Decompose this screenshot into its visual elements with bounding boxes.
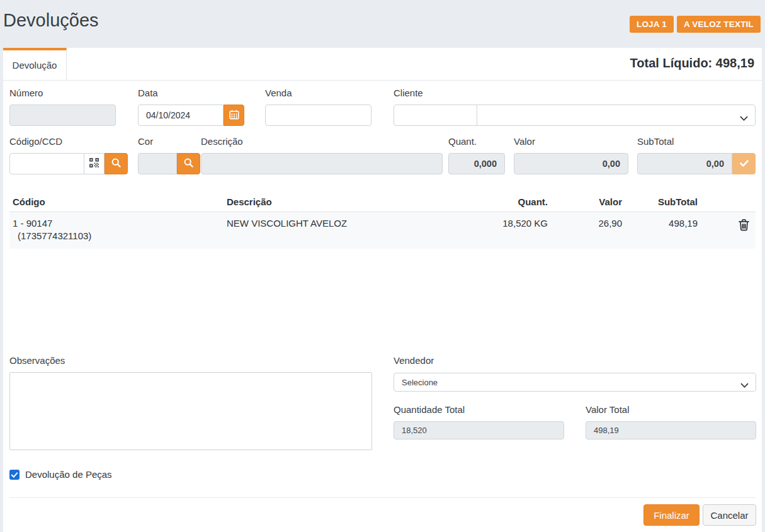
cliente-select[interactable] xyxy=(477,105,756,126)
finalizar-button[interactable]: Finalizar xyxy=(643,504,700,526)
numero-label: Número xyxy=(9,88,43,98)
vendedor-label: Vendedor xyxy=(394,355,434,366)
col-valor: Valor xyxy=(548,196,622,207)
qr-code-icon xyxy=(89,158,99,169)
check-icon xyxy=(740,159,749,169)
valor-total-label: Valor Total xyxy=(586,404,630,415)
venda-label: Venda xyxy=(265,88,292,98)
devolucao-panel: Devolução Total Líquido: 498,19 Número D… xyxy=(3,48,762,532)
calendar-button[interactable] xyxy=(224,105,244,126)
quant-label: Quant. xyxy=(448,136,477,147)
cor-input xyxy=(138,153,177,174)
store-badge[interactable]: LOJA 1 xyxy=(630,16,674,33)
devolucao-pecas-label: Devolução de Peças xyxy=(25,469,112,480)
vendedor-select[interactable]: Selecione xyxy=(394,373,756,392)
total-liquido-label: Total Líquido: xyxy=(630,56,713,70)
tab-devolucao[interactable]: Devolução xyxy=(3,48,67,80)
header-badges: LOJA 1 A VELOZ TEXTIL xyxy=(630,16,761,33)
item-quant: 18,520 KG xyxy=(419,218,548,241)
delete-item-button[interactable] xyxy=(739,219,749,233)
valor-input xyxy=(514,153,628,174)
col-subtotal: SubTotal xyxy=(622,196,698,207)
item-codigo-line2: (1735774321103) xyxy=(13,230,227,241)
calendar-icon xyxy=(229,110,239,122)
col-codigo: Código xyxy=(9,196,227,207)
total-liquido: Total Líquido: 498,19 xyxy=(630,56,754,71)
barcode-scan-button[interactable] xyxy=(84,153,105,174)
quantidade-total-label: Quantidade Total xyxy=(394,404,465,415)
devolucao-pecas-checkbox[interactable] xyxy=(9,470,20,480)
confirm-item-button xyxy=(732,153,756,174)
vendedor-select-wrap: Selecione xyxy=(394,373,756,392)
total-liquido-value: 498,19 xyxy=(716,56,754,70)
observacoes-textarea[interactable] xyxy=(9,372,372,450)
codigo-ccd-label: Código/CCD xyxy=(9,136,62,147)
venda-input[interactable] xyxy=(265,105,371,126)
quant-input xyxy=(448,153,505,174)
codigo-search-button[interactable] xyxy=(105,153,128,174)
numero-input xyxy=(9,105,116,126)
cliente-select-wrap xyxy=(477,105,756,126)
cancelar-button[interactable]: Cancelar xyxy=(703,504,756,526)
tabbar-divider xyxy=(3,80,762,81)
col-quant: Quant. xyxy=(419,196,548,207)
col-descricao: Descrição xyxy=(227,196,419,207)
cliente-label: Cliente xyxy=(394,88,423,98)
valor-total-input xyxy=(586,421,756,439)
item-valor: 26,90 xyxy=(548,218,622,241)
item-codigo: 1 - 90147 (1735774321103) xyxy=(9,218,227,241)
items-table: Código Descrição Quant. Valor SubTotal 1… xyxy=(9,192,756,249)
table-row: 1 - 90147 (1735774321103) NEW VISCOLIGHT… xyxy=(9,212,756,249)
observacoes-label: Observações xyxy=(9,355,65,366)
cor-search-button[interactable] xyxy=(177,153,200,174)
search-icon xyxy=(111,158,121,169)
data-input[interactable] xyxy=(138,105,224,126)
subtotal-label: SubTotal xyxy=(637,136,674,147)
top-header: Devoluções LOJA 1 A VELOZ TEXTIL xyxy=(0,0,765,48)
data-label: Data xyxy=(138,88,158,98)
company-badge[interactable]: A VELOZ TEXTIL xyxy=(677,16,761,33)
item-descricao: NEW VISCOLIGHT AVELOZ xyxy=(227,218,419,241)
page-title: Devoluções xyxy=(3,10,99,31)
subtotal-input xyxy=(637,153,732,174)
items-table-header: Código Descrição Quant. Valor SubTotal xyxy=(9,192,756,212)
descricao-label: Descrição xyxy=(201,136,243,147)
item-codigo-line1: 1 - 90147 xyxy=(13,218,227,229)
cor-label: Cor xyxy=(138,136,153,147)
trash-icon xyxy=(739,224,749,233)
item-actions xyxy=(698,218,756,241)
footer-divider xyxy=(9,497,756,498)
search-icon xyxy=(184,158,193,169)
valor-label: Valor xyxy=(514,136,535,147)
item-subtotal: 498,19 xyxy=(622,218,698,241)
codigo-ccd-input[interactable] xyxy=(9,153,84,174)
descricao-input xyxy=(201,153,443,174)
cliente-code-input[interactable] xyxy=(394,105,477,126)
quantidade-total-input xyxy=(394,421,564,439)
devolucao-pecas-row: Devolução de Peças xyxy=(9,469,112,480)
